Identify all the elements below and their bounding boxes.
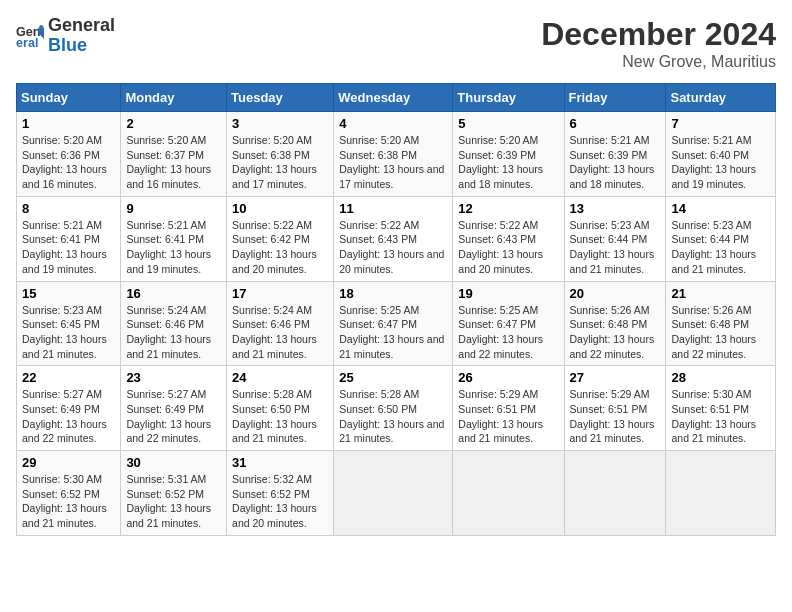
calendar-row-1: 1Sunrise: 5:20 AMSunset: 6:36 PMDaylight… [17,112,776,197]
calendar-cell: 11Sunrise: 5:22 AMSunset: 6:43 PMDayligh… [334,196,453,281]
day-number: 12 [458,201,558,216]
day-number: 14 [671,201,770,216]
col-monday: Monday [121,84,227,112]
day-number: 23 [126,370,221,385]
calendar-table: Sunday Monday Tuesday Wednesday Thursday… [16,83,776,536]
day-number: 5 [458,116,558,131]
calendar-cell: 17Sunrise: 5:24 AMSunset: 6:46 PMDayligh… [227,281,334,366]
calendar-cell: 27Sunrise: 5:29 AMSunset: 6:51 PMDayligh… [564,366,666,451]
calendar-cell [564,451,666,536]
day-number: 25 [339,370,447,385]
day-number: 8 [22,201,115,216]
calendar-cell: 5Sunrise: 5:20 AMSunset: 6:39 PMDaylight… [453,112,564,197]
day-number: 26 [458,370,558,385]
day-number: 4 [339,116,447,131]
calendar-row-3: 15Sunrise: 5:23 AMSunset: 6:45 PMDayligh… [17,281,776,366]
calendar-cell: 1Sunrise: 5:20 AMSunset: 6:36 PMDaylight… [17,112,121,197]
col-wednesday: Wednesday [334,84,453,112]
page-header: Gen eral General Blue December 2024 New … [16,16,776,71]
page-title: December 2024 [541,16,776,53]
day-detail: Sunrise: 5:21 AMSunset: 6:39 PMDaylight:… [570,133,661,192]
calendar-cell: 18Sunrise: 5:25 AMSunset: 6:47 PMDayligh… [334,281,453,366]
day-number: 30 [126,455,221,470]
day-detail: Sunrise: 5:22 AMSunset: 6:43 PMDaylight:… [458,218,558,277]
calendar-cell: 15Sunrise: 5:23 AMSunset: 6:45 PMDayligh… [17,281,121,366]
calendar-cell [666,451,776,536]
day-detail: Sunrise: 5:26 AMSunset: 6:48 PMDaylight:… [570,303,661,362]
day-detail: Sunrise: 5:29 AMSunset: 6:51 PMDaylight:… [458,387,558,446]
logo-name: General Blue [48,16,115,56]
day-number: 18 [339,286,447,301]
day-detail: Sunrise: 5:27 AMSunset: 6:49 PMDaylight:… [22,387,115,446]
calendar-cell: 8Sunrise: 5:21 AMSunset: 6:41 PMDaylight… [17,196,121,281]
calendar-header-row: Sunday Monday Tuesday Wednesday Thursday… [17,84,776,112]
calendar-cell: 10Sunrise: 5:22 AMSunset: 6:42 PMDayligh… [227,196,334,281]
day-number: 1 [22,116,115,131]
calendar-cell: 4Sunrise: 5:20 AMSunset: 6:38 PMDaylight… [334,112,453,197]
calendar-cell: 9Sunrise: 5:21 AMSunset: 6:41 PMDaylight… [121,196,227,281]
page-subtitle: New Grove, Mauritius [541,53,776,71]
day-detail: Sunrise: 5:25 AMSunset: 6:47 PMDaylight:… [458,303,558,362]
day-number: 29 [22,455,115,470]
calendar-cell: 20Sunrise: 5:26 AMSunset: 6:48 PMDayligh… [564,281,666,366]
day-number: 9 [126,201,221,216]
day-detail: Sunrise: 5:28 AMSunset: 6:50 PMDaylight:… [232,387,328,446]
calendar-cell [453,451,564,536]
day-detail: Sunrise: 5:21 AMSunset: 6:41 PMDaylight:… [22,218,115,277]
col-friday: Friday [564,84,666,112]
calendar-cell: 3Sunrise: 5:20 AMSunset: 6:38 PMDaylight… [227,112,334,197]
logo: Gen eral General Blue [16,16,115,56]
day-number: 24 [232,370,328,385]
day-detail: Sunrise: 5:22 AMSunset: 6:42 PMDaylight:… [232,218,328,277]
day-number: 13 [570,201,661,216]
calendar-row-5: 29Sunrise: 5:30 AMSunset: 6:52 PMDayligh… [17,451,776,536]
calendar-cell: 29Sunrise: 5:30 AMSunset: 6:52 PMDayligh… [17,451,121,536]
svg-text:eral: eral [16,36,38,50]
day-detail: Sunrise: 5:20 AMSunset: 6:38 PMDaylight:… [232,133,328,192]
calendar-cell: 21Sunrise: 5:26 AMSunset: 6:48 PMDayligh… [666,281,776,366]
calendar-cell: 23Sunrise: 5:27 AMSunset: 6:49 PMDayligh… [121,366,227,451]
day-number: 22 [22,370,115,385]
day-number: 16 [126,286,221,301]
day-detail: Sunrise: 5:23 AMSunset: 6:44 PMDaylight:… [671,218,770,277]
calendar-row-4: 22Sunrise: 5:27 AMSunset: 6:49 PMDayligh… [17,366,776,451]
col-thursday: Thursday [453,84,564,112]
calendar-cell: 12Sunrise: 5:22 AMSunset: 6:43 PMDayligh… [453,196,564,281]
day-number: 21 [671,286,770,301]
calendar-cell: 26Sunrise: 5:29 AMSunset: 6:51 PMDayligh… [453,366,564,451]
day-detail: Sunrise: 5:30 AMSunset: 6:51 PMDaylight:… [671,387,770,446]
day-detail: Sunrise: 5:27 AMSunset: 6:49 PMDaylight:… [126,387,221,446]
day-number: 15 [22,286,115,301]
calendar-cell [334,451,453,536]
calendar-cell: 25Sunrise: 5:28 AMSunset: 6:50 PMDayligh… [334,366,453,451]
calendar-cell: 16Sunrise: 5:24 AMSunset: 6:46 PMDayligh… [121,281,227,366]
col-sunday: Sunday [17,84,121,112]
day-detail: Sunrise: 5:22 AMSunset: 6:43 PMDaylight:… [339,218,447,277]
day-detail: Sunrise: 5:20 AMSunset: 6:37 PMDaylight:… [126,133,221,192]
day-number: 27 [570,370,661,385]
calendar-cell: 2Sunrise: 5:20 AMSunset: 6:37 PMDaylight… [121,112,227,197]
day-number: 28 [671,370,770,385]
day-detail: Sunrise: 5:31 AMSunset: 6:52 PMDaylight:… [126,472,221,531]
day-detail: Sunrise: 5:24 AMSunset: 6:46 PMDaylight:… [232,303,328,362]
day-number: 7 [671,116,770,131]
day-detail: Sunrise: 5:23 AMSunset: 6:45 PMDaylight:… [22,303,115,362]
day-detail: Sunrise: 5:21 AMSunset: 6:40 PMDaylight:… [671,133,770,192]
day-detail: Sunrise: 5:20 AMSunset: 6:36 PMDaylight:… [22,133,115,192]
day-number: 20 [570,286,661,301]
day-number: 19 [458,286,558,301]
day-detail: Sunrise: 5:32 AMSunset: 6:52 PMDaylight:… [232,472,328,531]
col-tuesday: Tuesday [227,84,334,112]
calendar-cell: 28Sunrise: 5:30 AMSunset: 6:51 PMDayligh… [666,366,776,451]
calendar-cell: 22Sunrise: 5:27 AMSunset: 6:49 PMDayligh… [17,366,121,451]
calendar-cell: 24Sunrise: 5:28 AMSunset: 6:50 PMDayligh… [227,366,334,451]
calendar-cell: 30Sunrise: 5:31 AMSunset: 6:52 PMDayligh… [121,451,227,536]
day-number: 31 [232,455,328,470]
day-detail: Sunrise: 5:29 AMSunset: 6:51 PMDaylight:… [570,387,661,446]
day-detail: Sunrise: 5:21 AMSunset: 6:41 PMDaylight:… [126,218,221,277]
day-number: 10 [232,201,328,216]
calendar-row-2: 8Sunrise: 5:21 AMSunset: 6:41 PMDaylight… [17,196,776,281]
day-number: 2 [126,116,221,131]
day-detail: Sunrise: 5:30 AMSunset: 6:52 PMDaylight:… [22,472,115,531]
day-detail: Sunrise: 5:20 AMSunset: 6:38 PMDaylight:… [339,133,447,192]
